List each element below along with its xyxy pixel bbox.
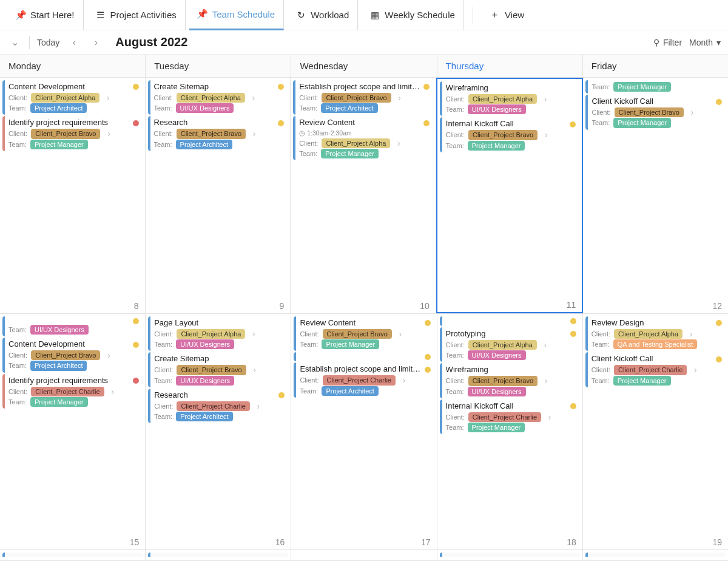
team-pill: Project Architect	[176, 140, 232, 149]
task-card[interactable]: Research Client:Client_Project Charlie› …	[148, 389, 288, 423]
add-view-label: View	[505, 10, 524, 20]
task-title: Content Development	[8, 82, 130, 92]
day-cell[interactable]: Establish project scope and limitations …	[291, 78, 436, 313]
client-pill: Client_Project Bravo	[322, 93, 391, 103]
task-card[interactable]: Prototyping Client:Client_Project Alpha›…	[440, 327, 580, 362]
client-pill: Client_Project Bravo	[177, 129, 246, 138]
status-dot-icon	[570, 318, 576, 324]
team-label: Team:	[8, 361, 27, 370]
task-card[interactable]: Internal Kickoff Call Client:Client_Proj…	[440, 399, 580, 434]
status-dot-icon	[133, 342, 139, 348]
team-pill: QA and Testing Specialist	[613, 339, 698, 349]
task-card-stub[interactable]	[2, 552, 143, 557]
status-dot-icon	[716, 99, 722, 105]
status-dot-icon	[133, 378, 139, 384]
task-card[interactable]: Create Sitemap Client:Client_Project Bra…	[148, 352, 288, 387]
task-card[interactable]: Identify project requirements Client:Cli…	[2, 374, 143, 409]
task-card[interactable]: Review Design Client:Client_Project Alph…	[585, 316, 726, 351]
day-cell[interactable]: 23	[146, 550, 291, 560]
team-pill: UI/UX Designers	[30, 325, 89, 335]
task-card[interactable]	[294, 352, 434, 361]
day-cell[interactable]: Create Sitemap Client:Client_Project Alp…	[146, 78, 291, 313]
task-card[interactable]: Review Content Client:Client_Project Bra…	[294, 316, 434, 351]
task-card-stub[interactable]	[440, 552, 580, 557]
date-number: 19	[712, 537, 722, 547]
day-cell[interactable]: Review Design Client:Client_Project Alph…	[583, 314, 728, 549]
team-pill: UI/UX Designers	[468, 104, 526, 114]
task-card[interactable]: Research Client:Client_Project Bravo› Te…	[148, 116, 288, 151]
day-cell[interactable]: 24	[291, 550, 437, 560]
tab-weekly-schedule[interactable]: ▦ Weekly Schedule	[362, 0, 464, 30]
filter-button[interactable]: ⚲ Filter	[653, 38, 682, 47]
chevron-down-icon: ▾	[716, 38, 721, 47]
date-number: 8	[134, 301, 139, 311]
team-label: Team:	[300, 387, 318, 395]
tab-project-activities[interactable]: ☰ Project Activities	[87, 0, 186, 30]
task-title: Research	[154, 118, 276, 128]
day-cell[interactable]: 25	[437, 550, 583, 560]
arrow-right-icon: ›	[249, 93, 258, 103]
day-cell[interactable]: Content Development Client:Client_Projec…	[0, 78, 146, 313]
tab-start-here[interactable]: 📌 Start Here!	[7, 0, 84, 30]
next-button[interactable]: ›	[89, 35, 103, 50]
collapse-icon[interactable]: ⌄	[7, 35, 22, 50]
client-pill: Client_Project Charlie	[31, 387, 104, 396]
task-card[interactable]: Create Sitemap Client:Client_Project Alp…	[148, 80, 288, 115]
view-mode-select[interactable]: Month ▾	[689, 38, 721, 47]
task-card[interactable]	[440, 316, 580, 326]
task-card-stub[interactable]	[148, 552, 288, 557]
task-card[interactable]: Client Kickoff Call Client:Client_Projec…	[585, 352, 726, 387]
day-cell[interactable]: Prototyping Client:Client_Project Alpha›…	[437, 314, 583, 549]
team-label: Team:	[8, 325, 27, 334]
task-card[interactable]: Establish project scope and limitations …	[293, 80, 433, 115]
task-card[interactable]: Team:Project Manager	[585, 80, 726, 93]
day-cell[interactable]: Team:UI/UX Designers Content Development…	[0, 314, 146, 549]
arrow-right-icon: ›	[395, 93, 405, 103]
add-view-button[interactable]: ＋ View	[482, 0, 533, 30]
client-label: Client:	[446, 376, 465, 385]
task-card[interactable]: Internal Kickoff Call Client:Client_Proj…	[440, 117, 580, 152]
day-cell[interactable]: Review Content Client:Client_Project Bra…	[291, 314, 437, 549]
tab-team-schedule[interactable]: 📌 Team Schedule	[189, 0, 284, 30]
task-card[interactable]: Establish project scope and limitations …	[294, 362, 434, 397]
team-pill: Project Manager	[30, 397, 88, 407]
task-card[interactable]: Content Development Client:Client_Projec…	[2, 338, 143, 372]
team-label: Team:	[446, 423, 464, 432]
client-label: Client:	[446, 131, 465, 139]
tab-workload[interactable]: ↻ Workload	[288, 0, 358, 30]
client-label: Client:	[446, 95, 465, 103]
team-pill: Project Manager	[613, 82, 671, 92]
team-pill: Project Manager	[321, 149, 379, 158]
task-card[interactable]: Wireframing Client:Client_Project Bravo›…	[440, 363, 580, 398]
arrow-right-icon: ›	[254, 401, 263, 411]
day-cell[interactable]: Page Layout Client:Client_Project Alpha›…	[146, 314, 291, 549]
week-row: 22 23 24 25 26	[0, 550, 728, 561]
status-dot-icon	[423, 84, 430, 90]
day-cell[interactable]: 26	[583, 550, 728, 560]
team-label: Team:	[154, 104, 172, 112]
task-card[interactable]: Identify project requirements Client:Cli…	[2, 116, 143, 151]
client-pill: Client_Project Bravo	[31, 129, 100, 138]
task-card[interactable]: Team:UI/UX Designers	[2, 316, 143, 336]
task-title: Review Content	[299, 118, 421, 128]
task-card[interactable]: Client Kickoff Call Client:Client_Projec…	[585, 95, 726, 129]
team-pill: UI/UX Designers	[176, 376, 234, 386]
task-card-stub[interactable]	[585, 552, 726, 557]
task-card[interactable]: Content Development Client:Client_Projec…	[2, 80, 143, 115]
client-label: Client:	[300, 330, 318, 338]
task-card[interactable]: Review Content 1:30am-2:30am Client:Clie…	[293, 116, 433, 160]
day-cell[interactable]: 22	[0, 550, 146, 560]
today-button[interactable]: Today	[37, 38, 59, 47]
task-card[interactable]: Page Layout Client:Client_Project Alpha›…	[148, 316, 288, 351]
prev-button[interactable]: ‹	[67, 35, 81, 50]
team-pill: UI/UX Designers	[176, 339, 234, 349]
day-cell[interactable]: Team:Project Manager Client Kickoff Call…	[583, 78, 728, 313]
client-label: Client:	[154, 402, 173, 410]
day-header: Wednesday	[291, 55, 437, 77]
team-label: Team:	[592, 118, 610, 127]
arrow-right-icon: ›	[104, 129, 113, 139]
team-pill: Project Architect	[30, 103, 87, 113]
status-dot-icon	[278, 120, 284, 126]
day-cell-today[interactable]: Wireframing Client:Client_Project Alpha›…	[436, 78, 584, 313]
task-card[interactable]: Wireframing Client:Client_Project Alpha›…	[440, 81, 580, 116]
